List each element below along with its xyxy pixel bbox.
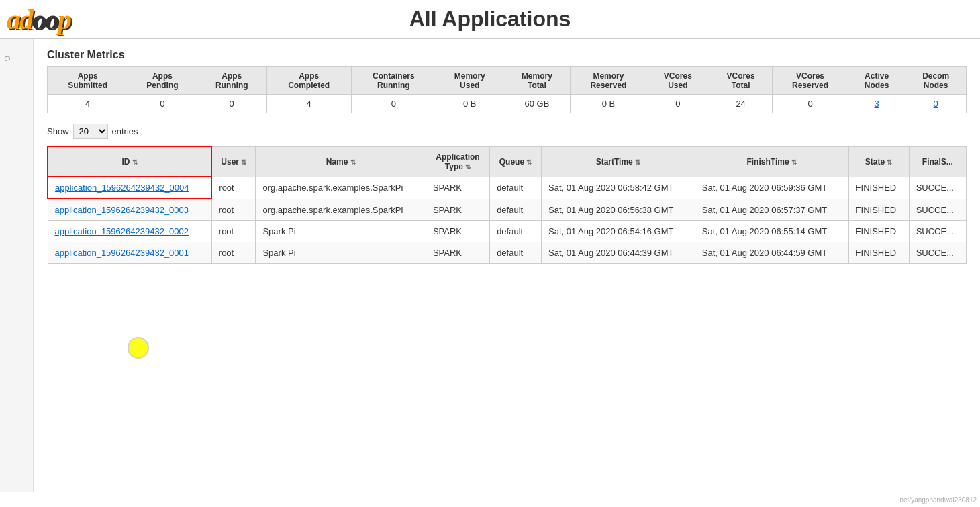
th-finishtime[interactable]: FinishTime ⇅ xyxy=(695,146,848,177)
decom-nodes-link[interactable]: 0 xyxy=(934,99,938,109)
cell-queue: default xyxy=(490,199,542,221)
app-type-sort-icon: ⇅ xyxy=(465,163,471,171)
cell-state: FINISHED xyxy=(848,221,909,242)
applications-table: ID ⇅ User ⇅ Name ⇅ ApplicationType ⇅ Que… xyxy=(47,146,967,264)
val-memory-total: 60 GB xyxy=(503,95,571,113)
col-memory-used: MemoryUsed xyxy=(436,67,503,95)
start-sort-icon: ⇅ xyxy=(635,158,640,166)
val-vcores-total: 24 xyxy=(709,95,773,113)
show-entries-row: Show 20 10 50 100 entries xyxy=(47,124,967,139)
table-row: application_1596264239432_0001 root Spar… xyxy=(48,242,967,264)
th-id-label: ID xyxy=(121,157,130,167)
val-vcores-reserved: 0 xyxy=(773,95,848,113)
th-user[interactable]: User ⇅ xyxy=(211,146,256,177)
cell-queue: default xyxy=(490,221,542,242)
th-name[interactable]: Name ⇅ xyxy=(256,146,426,177)
th-app-type[interactable]: ApplicationType ⇅ xyxy=(426,146,489,177)
cell-name: org.apache.spark.examples.SparkPi xyxy=(256,177,426,199)
cell-state: FINISHED xyxy=(848,199,909,221)
val-memory-used: 0 B xyxy=(436,95,503,113)
app-id-link[interactable]: application_1596264239432_0001 xyxy=(55,248,189,258)
val-apps-completed: 4 xyxy=(266,95,351,113)
col-vcores-reserved: VCoresReserved xyxy=(773,67,848,95)
col-active-nodes: ActiveNodes xyxy=(848,67,905,95)
val-apps-running: 0 xyxy=(197,95,266,113)
cell-start-time: Sat, 01 Aug 2020 06:56:38 GMT xyxy=(541,199,695,221)
val-apps-pending: 0 xyxy=(128,95,197,113)
cluster-metrics-table: AppsSubmitted AppsPending AppsRunning Ap… xyxy=(47,66,967,113)
cursor-indicator xyxy=(128,337,149,359)
cell-id: application_1596264239432_0004 xyxy=(48,177,211,199)
col-vcores-total: VCoresTotal xyxy=(709,67,773,95)
finish-sort-icon: ⇅ xyxy=(791,158,797,166)
cell-name: org.apache.spark.examples.SparkPi xyxy=(256,199,426,221)
table-row: application_1596264239432_0002 root Spar… xyxy=(48,221,967,242)
apps-table-body: application_1596264239432_0004 root org.… xyxy=(48,177,967,264)
cell-start-time: Sat, 01 Aug 2020 06:58:42 GMT xyxy=(541,177,695,199)
id-sort-icon: ⇅ xyxy=(132,158,138,166)
cell-finish-time: Sat, 01 Aug 2020 06:57:37 GMT xyxy=(695,199,848,221)
app-id-link[interactable]: application_1596264239432_0003 xyxy=(55,205,189,215)
th-id[interactable]: ID ⇅ xyxy=(48,146,211,177)
table-header-row: ID ⇅ User ⇅ Name ⇅ ApplicationType ⇅ Que… xyxy=(48,146,967,177)
show-label: Show xyxy=(47,126,69,136)
cell-user: root xyxy=(211,242,256,264)
cell-app-type: SPARK xyxy=(426,199,489,221)
th-state[interactable]: State ⇅ xyxy=(848,146,909,177)
cell-app-type: SPARK xyxy=(426,242,489,264)
cell-final-status: SUCCE... xyxy=(909,177,966,199)
cell-id: application_1596264239432_0002 xyxy=(48,221,211,242)
logo: adoop xyxy=(7,3,70,36)
cell-id: application_1596264239432_0001 xyxy=(48,242,211,264)
cell-id: application_1596264239432_0003 xyxy=(48,199,211,221)
val-memory-reserved: 0 B xyxy=(571,95,646,113)
cell-state: FINISHED xyxy=(848,242,909,264)
cell-finish-time: Sat, 01 Aug 2020 06:55:14 GMT xyxy=(695,221,848,242)
cell-finish-time: Sat, 01 Aug 2020 06:59:36 GMT xyxy=(695,177,848,199)
page-header: adoop All Applications xyxy=(0,0,980,39)
show-entries-container: Show 20 10 50 100 entries xyxy=(47,124,967,139)
name-sort-icon: ⇅ xyxy=(350,158,356,166)
cell-final-status: SUCCE... xyxy=(909,221,966,242)
metrics-row: 4 0 0 4 0 0 B 60 GB 0 B 0 24 0 3 0 xyxy=(48,95,967,113)
cell-name: Spark Pi xyxy=(256,242,426,264)
cell-user: root xyxy=(211,199,256,221)
cell-user: root xyxy=(211,177,256,199)
col-apps-submitted: AppsSubmitted xyxy=(48,67,128,95)
cell-name: Spark Pi xyxy=(256,221,426,242)
col-vcores-used: VCoresUsed xyxy=(646,67,709,95)
cell-queue: default xyxy=(490,242,542,264)
col-memory-total: MemoryTotal xyxy=(503,67,571,95)
main-content: Cluster Metrics AppsSubmitted AppsPendin… xyxy=(34,39,980,492)
cell-app-type: SPARK xyxy=(426,221,489,242)
val-apps-submitted: 4 xyxy=(48,95,128,113)
hadoop-logo: adoop xyxy=(7,3,70,36)
val-active-nodes: 3 xyxy=(848,95,905,113)
page-title: All Applications xyxy=(409,7,571,32)
active-nodes-link[interactable]: 3 xyxy=(875,99,879,109)
th-final-status[interactable]: FinalS... xyxy=(909,146,966,177)
val-containers-running: 0 xyxy=(351,95,436,113)
cell-start-time: Sat, 01 Aug 2020 06:44:39 GMT xyxy=(541,242,695,264)
cluster-metrics-title: Cluster Metrics xyxy=(47,49,967,61)
entries-label: entries xyxy=(112,126,138,136)
entries-select[interactable]: 20 10 50 100 xyxy=(73,124,108,139)
user-sort-icon: ⇅ xyxy=(241,158,246,166)
queue-sort-icon: ⇅ xyxy=(526,158,532,166)
col-memory-reserved: MemoryReserved xyxy=(571,67,646,95)
val-decom-nodes: 0 xyxy=(905,95,967,113)
main-layout: G Cluster Metrics AppsSubmitted AppsPend… xyxy=(0,39,980,492)
col-containers-running: ContainersRunning xyxy=(351,67,436,95)
app-id-link[interactable]: application_1596264239432_0002 xyxy=(55,226,189,236)
col-apps-pending: AppsPending xyxy=(128,67,197,95)
cell-finish-time: Sat, 01 Aug 2020 06:44:59 GMT xyxy=(695,242,848,264)
state-sort-icon: ⇅ xyxy=(887,158,892,166)
cell-state: FINISHED xyxy=(848,177,909,199)
th-starttime[interactable]: StartTime ⇅ xyxy=(541,146,695,177)
app-id-link[interactable]: application_1596264239432_0004 xyxy=(55,183,189,193)
col-decom-nodes: DecomNodes xyxy=(905,67,967,95)
th-queue[interactable]: Queue ⇅ xyxy=(490,146,542,177)
cell-final-status: SUCCE... xyxy=(909,242,966,264)
table-row: application_1596264239432_0004 root org.… xyxy=(48,177,967,199)
cell-queue: default xyxy=(490,177,542,199)
